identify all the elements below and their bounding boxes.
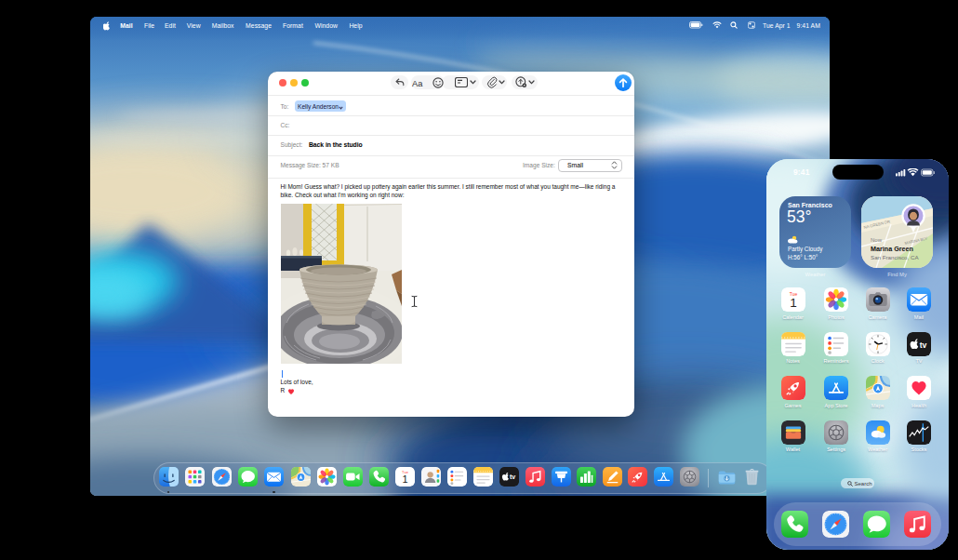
- svg-text:1: 1: [402, 473, 407, 485]
- svg-text:tv: tv: [920, 340, 927, 349]
- svg-text:1: 1: [790, 296, 797, 310]
- svg-text:tv: tv: [510, 473, 515, 480]
